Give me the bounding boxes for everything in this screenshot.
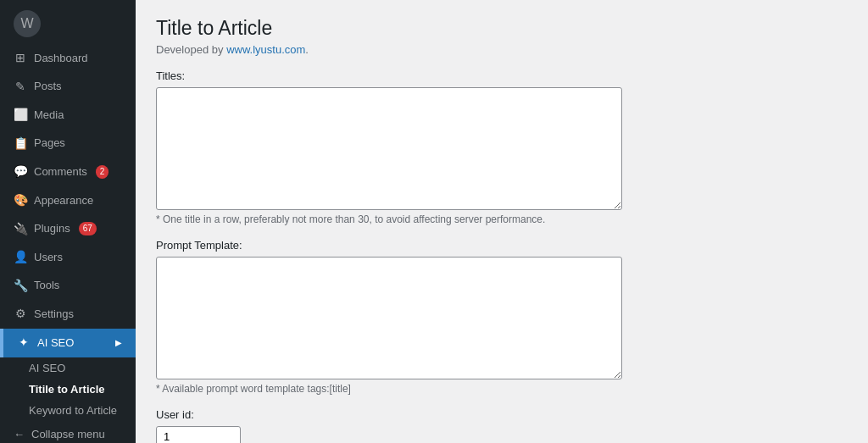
dashboard-icon: ⊞ bbox=[14, 50, 27, 67]
sidebar-item-media[interactable]: ⬜ Media bbox=[0, 101, 136, 130]
sidebar-item-label: Settings bbox=[34, 307, 74, 322]
settings-icon: ⚙ bbox=[14, 306, 27, 323]
prompt-textarea[interactable] bbox=[156, 257, 622, 379]
prompt-label: Prompt Template: bbox=[156, 239, 848, 252]
prompt-field-group: Prompt Template: * Available prompt word… bbox=[156, 239, 848, 395]
media-icon: ⬜ bbox=[14, 107, 27, 124]
submenu-title-to-article[interactable]: Titile to Article bbox=[0, 379, 136, 400]
sidebar-item-label: Comments bbox=[34, 164, 87, 180]
pages-icon: 📋 bbox=[14, 136, 27, 152]
wp-logo-icon: W bbox=[14, 10, 41, 37]
ai-seo-submenu: AI SEO Titile to Article Keyword to Arti… bbox=[0, 357, 136, 421]
user-id-input[interactable] bbox=[156, 426, 241, 443]
main-content: Title to Article Developed by www.lyustu… bbox=[136, 0, 868, 443]
titles-textarea[interactable] bbox=[156, 87, 622, 210]
sidebar-item-settings[interactable]: ⚙ Settings bbox=[0, 300, 136, 329]
comments-badge: 2 bbox=[96, 165, 109, 179]
collapse-icon: ← bbox=[14, 428, 25, 440]
sidebar-item-label: Dashboard bbox=[34, 51, 88, 66]
user-id-label: User id: bbox=[156, 408, 848, 421]
sidebar-item-label: Posts bbox=[34, 79, 62, 94]
titles-field-group: Titles: * One title in a row, preferably… bbox=[156, 69, 848, 225]
titles-hint: * One title in a row, preferably not mor… bbox=[156, 213, 848, 225]
collapse-menu-button[interactable]: ← Collapse menu bbox=[0, 421, 136, 443]
sidebar-item-ai-seo[interactable]: ✦ AI SEO ▶ bbox=[0, 329, 136, 357]
wp-logo-area: W bbox=[0, 0, 136, 44]
sidebar-item-label: Users bbox=[34, 250, 63, 265]
collapse-menu-label: Collapse menu bbox=[31, 428, 105, 440]
user-id-field-group: User id: * Who will publish. Specify a u… bbox=[156, 408, 848, 443]
sidebar-item-users[interactable]: 👤 Users bbox=[0, 243, 136, 272]
comments-icon: 💬 bbox=[14, 163, 27, 180]
tools-icon: 🔧 bbox=[14, 278, 27, 295]
sidebar-item-dashboard[interactable]: ⊞ Dashboard bbox=[0, 44, 136, 73]
plugins-badge: 67 bbox=[79, 222, 97, 235]
sidebar-item-label: Plugins bbox=[34, 221, 70, 236]
prompt-hint: * Available prompt word template tags:[t… bbox=[156, 383, 848, 395]
sidebar-item-comments[interactable]: 💬 Comments 2 bbox=[0, 158, 136, 186]
sidebar: W ⊞ Dashboard ✎ Posts ⬜ Media 📋 Pages 💬 … bbox=[0, 0, 136, 443]
developed-by-link[interactable]: www.lyustu.com bbox=[226, 43, 305, 56]
sidebar-item-label: Tools bbox=[34, 278, 59, 293]
submenu-ai-seo-home[interactable]: AI SEO bbox=[0, 357, 136, 379]
posts-icon: ✎ bbox=[14, 79, 27, 96]
appearance-icon: 🎨 bbox=[14, 192, 27, 209]
ai-seo-chevron: ▶ bbox=[115, 337, 122, 349]
sidebar-item-label: AI SEO bbox=[37, 335, 74, 351]
sidebar-item-plugins[interactable]: 🔌 Plugins 67 bbox=[0, 215, 136, 244]
sidebar-item-label: Appearance bbox=[34, 193, 93, 208]
page-title: Title to Article bbox=[156, 17, 848, 40]
sidebar-item-label: Pages bbox=[34, 136, 65, 151]
plugins-icon: 🔌 bbox=[14, 221, 27, 238]
sidebar-item-tools[interactable]: 🔧 Tools bbox=[0, 272, 136, 301]
submenu-keyword-to-article[interactable]: Keyword to Article bbox=[0, 400, 136, 421]
developed-by: Developed by www.lyustu.com. bbox=[156, 43, 848, 56]
sidebar-item-label: Media bbox=[34, 108, 64, 123]
users-icon: 👤 bbox=[14, 249, 27, 266]
ai-seo-icon: ✦ bbox=[17, 335, 31, 352]
sidebar-item-posts[interactable]: ✎ Posts bbox=[0, 73, 136, 102]
titles-label: Titles: bbox=[156, 69, 848, 82]
sidebar-item-pages[interactable]: 📋 Pages bbox=[0, 130, 136, 158]
sidebar-item-appearance[interactable]: 🎨 Appearance bbox=[0, 186, 136, 215]
